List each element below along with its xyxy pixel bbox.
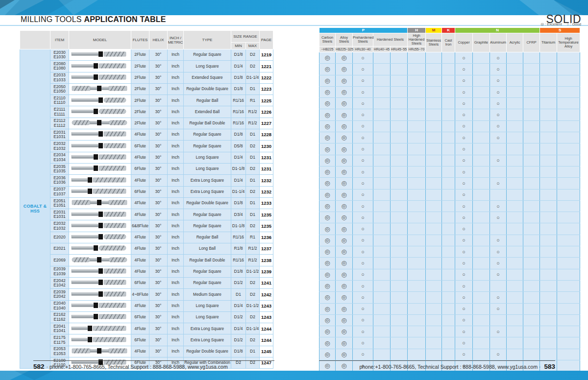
page-ref-cell: 1244: [260, 323, 273, 334]
rating-excellent-cell: ◎: [319, 314, 336, 326]
iso-band-k: K: [442, 28, 455, 33]
rating-excellent-cell: ◎: [319, 303, 336, 314]
item-cell: E2175E1175: [50, 334, 69, 346]
rating-excellent-cell: ◎: [336, 326, 353, 337]
rating-empty-cell: [473, 246, 490, 258]
helix-cell: 30°: [149, 95, 168, 106]
rating-good-cell: ○: [455, 314, 473, 326]
page-ref-cell: 1231: [260, 152, 273, 163]
type-cell: Extra Long Square: [184, 186, 231, 197]
model-cell: [69, 186, 131, 197]
rating-empty-cell: [373, 64, 391, 75]
rating-good-cell: ○: [455, 258, 473, 269]
rating-empty-cell: [442, 223, 455, 235]
rating-empty-cell: [408, 200, 426, 212]
helix-cell: 30°: [149, 243, 168, 255]
rating-excellent-cell: ◎: [336, 155, 353, 166]
item-cell: E2111E1111: [50, 106, 69, 118]
rating-excellent-cell: ◎: [336, 200, 353, 212]
size-min-cell: D1/2: [231, 311, 246, 323]
tool-image: [71, 336, 128, 343]
rating-empty-cell: [442, 246, 455, 258]
rating-good-cell: ○: [455, 143, 473, 155]
rating-empty-cell: [373, 132, 391, 143]
helix-cell: 30°: [149, 220, 168, 232]
tool-spec-table: ITEM MODEL FLUTES HELIX INCH /METRIC TYP…: [20, 30, 273, 369]
rating-row: ◎◎○○○: [319, 86, 580, 97]
type-cell: Regular Double Square: [184, 83, 231, 95]
iso-band-m: M: [426, 28, 442, 33]
rating-empty-cell: [442, 258, 455, 269]
rating-empty-cell: [391, 223, 408, 235]
model-cell: [69, 266, 131, 277]
tool-row: E20204Flute30°InchRegular BallR1/16R1123…: [20, 232, 273, 243]
helix-cell: 30°: [149, 186, 168, 197]
rating-good-cell: ○: [490, 98, 507, 109]
rating-empty-cell: [473, 166, 490, 177]
tool-image: [71, 199, 128, 206]
model-cell: [69, 243, 131, 255]
rating-empty-cell: [473, 326, 490, 337]
flutes-cell: 2Flute: [131, 61, 149, 72]
size-max-cell: R1: [246, 95, 260, 106]
rating-empty-cell: [442, 314, 455, 326]
rating-empty-cell: [426, 109, 442, 120]
rating-empty-cell: [557, 109, 580, 120]
rating-empty-cell: [557, 337, 580, 349]
rating-empty-cell: [540, 326, 557, 337]
rating-empty-cell: [473, 223, 490, 235]
flutes-cell: 2Flute: [131, 118, 149, 129]
rating-empty-cell: [373, 143, 391, 155]
rating-empty-cell: [523, 200, 540, 212]
rating-empty-cell: [473, 258, 490, 269]
rating-good-cell: ○: [455, 223, 473, 235]
page-ref-cell: 1225: [260, 95, 273, 106]
rating-empty-cell: [426, 155, 442, 166]
rating-row: ◎◎○○○: [319, 246, 580, 258]
item-cell: E2080E1080: [50, 61, 69, 72]
rating-empty-cell: [540, 143, 557, 155]
rating-excellent-cell: ◎: [336, 52, 353, 64]
unit-cell: Inch: [168, 266, 184, 277]
rating-empty-cell: [442, 326, 455, 337]
size-max-cell: D2: [246, 277, 260, 288]
legend-excellent: ◎ : Excellent: [541, 22, 562, 26]
rating-empty-cell: [391, 314, 408, 326]
tool-row: E20214Flute30°InchLong BallR1/8R1/21237: [20, 243, 273, 255]
rating-excellent-cell: ◎: [319, 109, 336, 120]
type-cell: Long Square: [184, 152, 231, 163]
model-cell: [69, 334, 131, 346]
rating-good-cell: ○: [353, 132, 373, 143]
top-banner: [0, 0, 588, 15]
item-cell: E2035E1035: [50, 163, 69, 174]
material-header: High Hardened Steels: [408, 33, 426, 47]
rating-empty-cell: [540, 120, 557, 132]
tool-row: E2039E10394Flute30°InchRegular SquareD1/…: [20, 266, 273, 277]
rating-excellent-cell: ◎: [319, 132, 336, 143]
rating-empty-cell: [507, 212, 523, 223]
helix-cell: 30°: [149, 49, 168, 61]
size-max-cell: D1: [246, 83, 260, 95]
material-header: Graphite: [473, 33, 490, 52]
size-max-cell: D1: [246, 152, 260, 163]
rating-empty-cell: [507, 303, 523, 314]
rating-row: ◎◎○○: [319, 280, 580, 291]
rating-empty-cell: [373, 75, 391, 86]
rating-good-cell: ○: [455, 189, 473, 200]
bottom-banner-decoration: [0, 371, 108, 380]
tool-row: E2031E10314Flute30°InchRegular SquareD3/…: [20, 209, 273, 220]
footer-left-text: · phone:+1-800-765-8665, Technical Suppo…: [47, 364, 228, 370]
type-cell: Regular Double Square: [184, 197, 231, 209]
rating-empty-cell: [391, 132, 408, 143]
rating-empty-cell: [408, 155, 426, 166]
rating-empty-cell: [540, 337, 557, 349]
rating-empty-cell: [442, 269, 455, 280]
tool-image: [71, 233, 128, 240]
flutes-cell: 6Flute: [131, 311, 149, 323]
rating-empty-cell: [373, 212, 391, 223]
tool-image: [71, 211, 128, 218]
rating-empty-cell: [507, 246, 523, 258]
model-cell: [69, 118, 131, 129]
rating-excellent-cell: ◎: [336, 303, 353, 314]
rating-excellent-cell: ◎: [336, 109, 353, 120]
